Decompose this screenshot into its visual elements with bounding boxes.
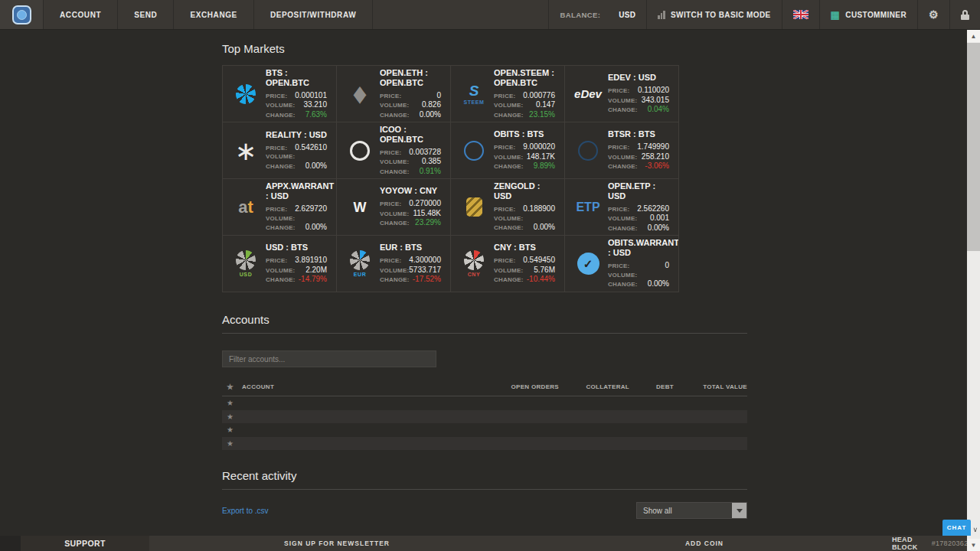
stat-label-price: PRICE: <box>266 144 287 153</box>
lock-button[interactable] <box>949 0 980 29</box>
market-card[interactable]: eDevEDEV : USDPRICE:0.110020VOLUME:343.0… <box>565 66 679 122</box>
stat-value-change: 9.89% <box>534 161 555 171</box>
stat-label-volume: VOLUME: <box>380 210 409 219</box>
stat-value-change: 0.00% <box>648 223 669 233</box>
stat-label-volume: VOLUME: <box>608 271 637 280</box>
market-card[interactable]: ✓OBITS.WARRANT : USDPRICE:0VOLUME:CHANGE… <box>565 236 679 292</box>
stat-value-volume: 258.210 <box>642 152 669 161</box>
filter-accounts-input[interactable] <box>222 350 436 367</box>
show-all-select[interactable]: Show all <box>636 502 747 519</box>
stat-value-price: 0.003728 <box>409 148 441 157</box>
accounts-table-body: ★★★★ <box>222 396 747 450</box>
market-card[interactable]: BTS : OPEN.BTCPRICE:0.000101VOLUME:33.21… <box>223 66 337 122</box>
stat-label-change: CHANGE: <box>380 111 410 120</box>
settings-button[interactable]: ⚙ <box>917 0 949 29</box>
usd-icon: USD <box>226 250 266 277</box>
market-card[interactable]: ◆OPEN.ETH : OPEN.BTCPRICE:0VOLUME:0.826C… <box>337 66 451 122</box>
market-card[interactable]: ETPOPEN.ETP : USDPRICE:2.562260VOLUME:0.… <box>565 179 679 236</box>
stat-value-volume: 343.015 <box>642 96 669 105</box>
nav-item-account[interactable]: ACCOUNT <box>44 0 118 29</box>
language-selector[interactable] <box>782 0 819 29</box>
head-block-number: #17820362 <box>932 540 969 547</box>
scrollbar-up-button[interactable]: ▲ <box>967 30 980 42</box>
cny-icon: CNY <box>454 250 494 277</box>
market-card[interactable]: EUREUR : BTSPRICE:4.300000VOLUME:5733.71… <box>337 236 451 292</box>
scrollbar-down-button[interactable]: ▼ <box>967 539 980 551</box>
account-row[interactable]: ★ <box>222 396 747 410</box>
accounts-divider <box>222 333 747 334</box>
stat-value-change: 0.91% <box>420 167 441 176</box>
stat-label-volume: VOLUME: <box>380 266 409 276</box>
market-pair: OBITS.WARRANT : USD <box>608 238 669 258</box>
uk-flag-icon <box>793 10 808 19</box>
market-card[interactable]: OBITS : BTSPRICE:9.000020VOLUME:148.17KC… <box>451 122 565 179</box>
market-card[interactable]: atAPPX.WARRANT : USDPRICE:2.629720VOLUME… <box>223 179 337 236</box>
account-row[interactable]: ★ <box>222 437 747 451</box>
nav-item-send[interactable]: SEND <box>118 0 174 29</box>
export-csv-link[interactable]: Export to .csv <box>222 507 269 515</box>
balance-label: BALANCE: <box>560 11 600 19</box>
market-card[interactable]: ∗REALITY : USDPRICE:0.542610VOLUME:CHANG… <box>223 122 337 179</box>
column-total-value: TOTAL VALUE <box>674 383 747 390</box>
stat-label-volume: VOLUME: <box>266 266 295 276</box>
stat-value-volume: 0.001 <box>650 214 669 223</box>
stat-label-change: CHANGE: <box>608 280 638 289</box>
recent-activity-title: Recent activity <box>222 469 747 482</box>
stat-label-volume: VOLUME: <box>494 153 523 162</box>
customizer-button[interactable]: ▦ CUSTOMMINER <box>819 0 917 29</box>
stat-value-change: 7.63% <box>305 110 327 119</box>
switch-basic-mode-label: SWITCH TO BASIC MODE <box>671 11 771 19</box>
favorite-star-icon[interactable]: ★ <box>222 412 242 421</box>
stat-value-change: 23.29% <box>415 218 441 227</box>
market-pair: BTSR : BTS <box>608 129 669 139</box>
market-card[interactable]: CNYCNY : BTSPRICE:0.549450VOLUME:5.76MCH… <box>451 236 565 292</box>
market-card[interactable]: USDUSD : BTSPRICE:3.891910VOLUME:2.20MCH… <box>223 236 337 292</box>
nav-item-exchange[interactable]: EXCHANGE <box>174 0 253 29</box>
stat-value-price: 0.110020 <box>638 86 669 95</box>
market-pair: YOYOW : CNY <box>380 186 441 196</box>
accounts-title: Accounts <box>222 313 747 326</box>
market-pair: OPEN.STEEM : OPEN.BTC <box>494 68 555 88</box>
market-card[interactable]: ICOO : OPEN.BTCPRICE:0.003728VOLUME:0.38… <box>337 122 451 179</box>
stat-label-price: PRICE: <box>380 256 401 266</box>
lock-icon <box>961 10 969 20</box>
add-coin-link[interactable]: ADD COIN <box>524 536 884 551</box>
chart-bars-icon <box>658 11 665 19</box>
stat-value-change: -3.06% <box>645 161 669 171</box>
favorite-star-icon[interactable]: ★ <box>222 425 242 434</box>
market-pair: OPEN.ETH : OPEN.BTC <box>380 68 441 88</box>
stat-label-price: PRICE: <box>608 143 629 152</box>
stat-value-change: 0.04% <box>648 105 669 114</box>
scrollbar-thumb[interactable] <box>967 43 980 251</box>
chat-button[interactable]: CHAT <box>942 520 971 536</box>
stat-label-volume: VOLUME: <box>608 153 637 162</box>
stat-label-price: PRICE: <box>494 92 515 101</box>
market-card[interactable]: BTSR : BTSPRICE:1.749990VOLUME:258.210CH… <box>565 122 679 179</box>
switch-basic-mode-button[interactable]: SWITCH TO BASIC MODE <box>646 0 781 29</box>
stat-label-volume: VOLUME: <box>266 152 295 161</box>
stat-label-price: PRICE: <box>494 143 515 152</box>
stat-label-volume: VOLUME: <box>608 214 637 223</box>
balance-selector[interactable]: BALANCE: USD <box>548 0 646 29</box>
stat-value-price: 9.000020 <box>523 142 555 152</box>
newsletter-link[interactable]: SIGN UP FOR NEWSLETTER <box>149 536 524 551</box>
stat-label-volume: VOLUME: <box>494 101 523 110</box>
balance-currency: USD <box>619 11 635 19</box>
stat-label-price: PRICE: <box>608 262 629 271</box>
eth-icon: ◆ <box>340 86 380 103</box>
account-row[interactable]: ★ <box>222 423 747 437</box>
nav-item-deposit-withdraw[interactable]: DEPOSIT/WITHDRAW <box>254 0 373 29</box>
account-row[interactable]: ★ <box>222 410 747 424</box>
market-card[interactable]: ZENGOLD : USDPRICE:0.188900VOLUME:CHANGE… <box>451 179 565 236</box>
app-logo-box[interactable] <box>0 0 44 29</box>
market-card[interactable]: WYOYOW : CNYPRICE:0.270000VOLUME:115.48K… <box>337 179 451 236</box>
chat-collapse-chevron-icon[interactable]: ∨ <box>972 526 978 533</box>
support-link[interactable]: SUPPORT <box>21 536 149 551</box>
favorite-star-icon[interactable]: ★ <box>222 399 242 407</box>
stat-value-volume: 115.48K <box>413 209 441 218</box>
stat-label-price: PRICE: <box>494 205 515 214</box>
favorite-star-icon[interactable]: ★ <box>222 439 242 448</box>
stat-value-price: 0.549450 <box>523 256 555 265</box>
market-card[interactable]: SSTEEMOPEN.STEEM : OPEN.BTCPRICE:0.00077… <box>451 66 565 122</box>
stat-label-change: CHANGE: <box>494 223 524 233</box>
